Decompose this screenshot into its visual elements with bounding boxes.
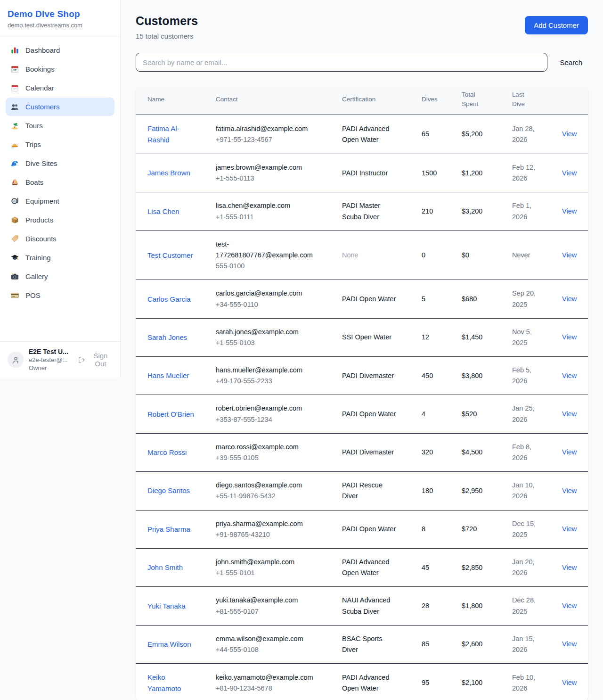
customer-email: fatima.alrashid@example.com (216, 124, 314, 134)
table-row: Marco Rossi marco.rossi@example.com +39-… (136, 433, 588, 471)
customer-dives: 180 (422, 478, 462, 504)
dive-sites-icon (10, 159, 19, 168)
customer-name-link[interactable]: Marco Rossi (147, 439, 216, 466)
customer-dives: 65 (422, 121, 462, 148)
customer-name-link[interactable]: Yuki Tanaka (147, 593, 216, 620)
main-content: Customers 15 total customers Add Custome… (121, 0, 603, 700)
sidebar-item-dive-sites[interactable]: Dive Sites (6, 154, 114, 173)
sidebar-item-customers[interactable]: Customers (6, 98, 114, 116)
customer-phone: +34-555-0110 (216, 299, 314, 310)
sidebar-item-products[interactable]: Products (6, 211, 114, 229)
customer-phone: +971-55-123-4567 (216, 134, 314, 145)
view-link[interactable]: View (562, 525, 577, 533)
customer-name-link[interactable]: Carlos Garcia (147, 286, 216, 313)
table-row: Robert O'Brien robert.obrien@example.com… (136, 395, 588, 433)
customer-total-spent: $2,950 (462, 478, 512, 504)
view-link[interactable]: View (562, 410, 577, 418)
sidebar-item-tours[interactable]: Tours (6, 116, 114, 135)
sidebar-item-calendar[interactable]: Calendar (6, 79, 114, 97)
customer-total-spent: $2,850 (462, 554, 512, 581)
customer-name-link[interactable]: Emma Wilson (147, 631, 216, 658)
sidebar-item-label: Dive Sites (25, 159, 57, 167)
sidebar-item-gallery[interactable]: Gallery (6, 267, 114, 286)
view-link[interactable]: View (562, 679, 577, 686)
customer-contact: priya.sharma@example.com +91-98765-43210 (216, 511, 342, 548)
table-row: James Brown james.brown@example.com +1-5… (136, 154, 588, 192)
sidebar-item-label: Boats (25, 178, 43, 186)
view-link[interactable]: View (562, 295, 577, 303)
shop-domain: demo.test.divestreams.com (8, 22, 113, 29)
customer-total-spent: $1,450 (462, 324, 512, 351)
view-link[interactable]: View (562, 448, 577, 456)
table-row: Hans Mueller hans.mueller@example.com +4… (136, 356, 588, 395)
customer-name-link[interactable]: Lisa Chen (147, 198, 216, 225)
sidebar-item-discounts[interactable]: Discounts (6, 230, 114, 248)
view-link[interactable]: View (562, 333, 577, 341)
customer-email: emma.wilson@example.com (216, 634, 314, 644)
customer-certification: PADI Open Water (342, 286, 422, 313)
view-link[interactable]: View (562, 602, 577, 609)
table-row: Fatima Al-Rashid fatima.alrashid@example… (136, 115, 588, 154)
sidebar-item-pos[interactable]: POS (6, 286, 114, 305)
customer-total-spent: $3,200 (462, 198, 512, 225)
customer-certification: PADI Instructor (342, 160, 422, 187)
customer-name-link[interactable]: James Brown (147, 159, 216, 187)
customer-name-link[interactable]: John Smith (147, 554, 216, 581)
sidebar-item-label: Gallery (25, 272, 48, 280)
customer-contact: james.brown@example.com +1-555-0113 (216, 154, 342, 192)
customer-name-link[interactable]: Robert O'Brien (147, 401, 216, 428)
customer-total-spent: $3,800 (462, 362, 512, 389)
customer-name-link[interactable]: Test Customer (147, 242, 216, 269)
customer-last-dive: Jan 28, 2026 (512, 115, 562, 153)
view-link[interactable]: View (562, 169, 577, 177)
customer-name-link[interactable]: Diego Santos (147, 477, 216, 504)
customer-name-link[interactable]: Sarah Jones (147, 324, 216, 351)
sidebar-item-trips[interactable]: Trips (6, 135, 114, 154)
pos-icon (10, 291, 19, 300)
view-link[interactable]: View (562, 487, 577, 494)
customer-name-link[interactable]: Keiko Yamamoto (147, 664, 216, 700)
customer-total-spent: $0 (462, 242, 512, 269)
customer-name-link[interactable]: Hans Mueller (147, 362, 216, 389)
sidebar-item-label: Calendar (25, 84, 54, 92)
view-link[interactable]: View (562, 207, 577, 215)
customer-name-link[interactable]: Priya Sharma (147, 516, 216, 543)
sidebar-item-boats[interactable]: Boats (6, 173, 114, 191)
view-link[interactable]: View (562, 564, 577, 571)
customer-email: john.smith@example.com (216, 557, 314, 568)
customer-contact: carlos.garcia@example.com +34-555-0110 (216, 280, 342, 318)
table-row: Priya Sharma priya.sharma@example.com +9… (136, 510, 588, 548)
sidebar-header: Demo Dive Shop demo.test.divestreams.com (0, 0, 120, 36)
tours-icon (10, 121, 19, 130)
customer-total-spent: $720 (462, 516, 512, 543)
view-link[interactable]: View (562, 130, 577, 138)
user-icon (12, 356, 20, 364)
sign-out-button[interactable]: Sign Out (78, 352, 113, 368)
table-row: Lisa Chen lisa.chen@example.com +1-555-0… (136, 192, 588, 230)
customer-last-dive: Jan 10, 2026 (512, 472, 562, 510)
user-name: E2E Test U... (29, 348, 72, 355)
customer-contact: hans.mueller@example.com +49-170-555-223… (216, 357, 342, 395)
customer-last-dive: Dec 28, 2025 (512, 587, 562, 625)
search-input[interactable] (136, 53, 547, 72)
view-link[interactable]: View (562, 640, 577, 648)
customer-contact: test-1772681807767@example.com 555-0100 (216, 231, 342, 280)
sidebar-item-training[interactable]: Training (6, 248, 114, 267)
sidebar-item-equipment[interactable]: Equipment (6, 192, 114, 210)
customer-dives: 5 (422, 286, 462, 313)
customer-phone: +1-555-0103 (216, 338, 314, 348)
view-link[interactable]: View (562, 251, 577, 259)
sidebar-item-bookings[interactable]: 17 Bookings (6, 60, 114, 78)
customer-dives: 12 (422, 324, 462, 351)
search-button[interactable]: Search (554, 55, 588, 70)
customer-certification: PADI Divemaster (342, 439, 422, 466)
customer-name-link[interactable]: Fatima Al-Rashid (147, 115, 216, 154)
customer-email: keiko.yamamoto@example.com (216, 672, 314, 683)
user-info: E2E Test U... e2e-tester@... Owner (29, 348, 72, 371)
table-row: Keiko Yamamoto keiko.yamamoto@example.co… (136, 663, 588, 700)
view-link[interactable]: View (562, 372, 577, 379)
sidebar-item-dashboard[interactable]: Dashboard (6, 41, 114, 59)
customer-phone: +49-170-555-2233 (216, 376, 314, 387)
table-header: Name Contact Certification Dives Total S… (136, 84, 588, 115)
add-customer-button[interactable]: Add Customer (525, 16, 588, 34)
